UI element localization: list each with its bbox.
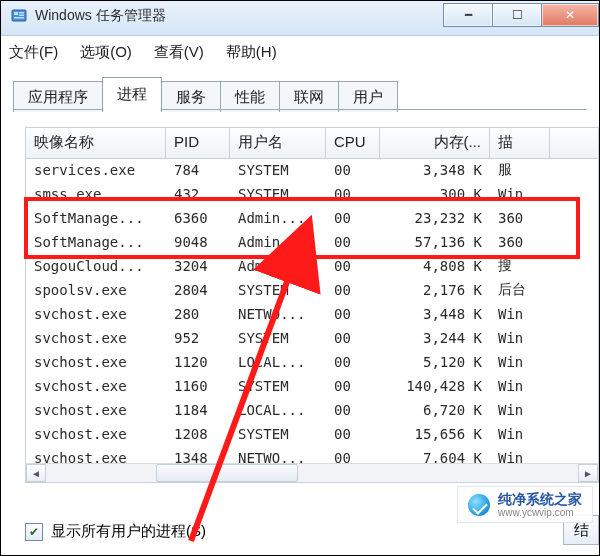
cell: 5,120 K	[380, 354, 490, 370]
cell: Admin...	[230, 234, 326, 250]
cell: 00	[326, 402, 380, 418]
cell: Win	[490, 354, 550, 370]
table-row[interactable]: SogouCloud...3204Admin...004,808 K搜	[26, 254, 598, 278]
menu-help[interactable]: 帮助(H)	[226, 43, 277, 62]
cell: 6360	[166, 210, 230, 226]
cell: 280	[166, 306, 230, 322]
col-pid[interactable]: PID	[166, 128, 230, 158]
table-row[interactable]: svchost.exe952SYSTEM003,244 KWin	[26, 326, 598, 350]
cell: 7,604 K	[380, 450, 490, 464]
scroll-left-button[interactable]: ◄	[26, 464, 46, 482]
col-desc[interactable]: 描	[490, 128, 550, 158]
cell: 后台	[490, 281, 550, 299]
maximize-button[interactable]: ☐	[492, 3, 542, 27]
tab-strip: 应用程序 进程 服务 性能 联网 用户	[13, 77, 397, 111]
cell: SYSTEM	[230, 426, 326, 442]
menu-view[interactable]: 查看(V)	[154, 43, 204, 62]
table-row[interactable]: svchost.exe280NETWO...003,448 KWin	[26, 302, 598, 326]
table-row[interactable]: services.exe784SYSTEM003,348 K服	[26, 158, 598, 182]
tab-processes[interactable]: 进程	[102, 77, 162, 111]
watermark-url: www.ycwvip.com	[498, 507, 582, 518]
svg-rect-1	[14, 12, 18, 15]
app-icon	[11, 8, 27, 24]
scroll-right-button[interactable]: ►	[578, 464, 598, 482]
cell: Win	[490, 402, 550, 418]
menu-file[interactable]: 文件(F)	[9, 43, 58, 62]
cell: 1208	[166, 426, 230, 442]
tab-services[interactable]: 服务	[161, 81, 221, 112]
cell: 360	[490, 234, 550, 250]
cell: svchost.exe	[26, 378, 166, 394]
cell: 服	[490, 161, 550, 179]
tab-network[interactable]: 联网	[279, 81, 339, 112]
minimize-button[interactable]: ━	[443, 3, 493, 27]
cell: NETWO...	[230, 450, 326, 464]
table-row[interactable]: smss.exe432SYSTEM00300 KWin	[26, 182, 598, 206]
cell: 00	[326, 234, 380, 250]
cell: svchost.exe	[26, 306, 166, 322]
horizontal-scrollbar[interactable]: ◄ ►	[26, 463, 598, 482]
process-list: 映像名称 PID 用户名 CPU 内存(... 描 services.exe78…	[25, 127, 599, 483]
cell: 15,656 K	[380, 426, 490, 442]
cell: 00	[326, 186, 380, 202]
cell: Win	[490, 306, 550, 322]
table-row[interactable]: svchost.exe1348NETWO...007,604 KWin	[26, 446, 598, 464]
col-memory[interactable]: 内存(...	[380, 128, 490, 158]
table-row[interactable]: svchost.exe1184LOCAL...006,720 KWin	[26, 398, 598, 422]
svg-rect-4	[14, 17, 24, 19]
window-title: Windows 任务管理器	[35, 7, 166, 25]
cell: Win	[490, 186, 550, 202]
watermark-logo-icon	[468, 494, 490, 516]
tab-applications[interactable]: 应用程序	[13, 81, 103, 112]
scroll-thumb[interactable]	[156, 464, 298, 482]
cell: 3,244 K	[380, 330, 490, 346]
cell: Admin...	[230, 258, 326, 274]
window-titlebar: Windows 任务管理器 ━ ☐ ✕	[1, 1, 599, 36]
table-row[interactable]: svchost.exe1120LOCAL...005,120 KWin	[26, 350, 598, 374]
watermark-name: 纯净系统之家	[498, 491, 582, 507]
cell: svchost.exe	[26, 330, 166, 346]
cell: SYSTEM	[230, 330, 326, 346]
maximize-icon: ☐	[512, 8, 523, 22]
tab-users[interactable]: 用户	[338, 81, 398, 112]
cell: svchost.exe	[26, 354, 166, 370]
cell: 300 K	[380, 186, 490, 202]
tab-performance[interactable]: 性能	[220, 81, 280, 112]
svg-rect-3	[19, 15, 24, 17]
col-image-name[interactable]: 映像名称	[26, 128, 166, 158]
table-row[interactable]: SoftManage...6360Admin...0023,232 K360	[26, 206, 598, 230]
cell: 432	[166, 186, 230, 202]
cell: Win	[490, 330, 550, 346]
table-row[interactable]: spoolsv.exe2804SYSTEM002,176 K后台	[26, 278, 598, 302]
cell: smss.exe	[26, 186, 166, 202]
cell: SoftManage...	[26, 210, 166, 226]
table-row[interactable]: svchost.exe1208SYSTEM0015,656 KWin	[26, 422, 598, 446]
cell: 00	[326, 162, 380, 178]
cell: 952	[166, 330, 230, 346]
cell: 1184	[166, 402, 230, 418]
cell: SogouCloud...	[26, 258, 166, 274]
col-user[interactable]: 用户名	[230, 128, 326, 158]
cell: Win	[490, 378, 550, 394]
cell: 2,176 K	[380, 282, 490, 298]
cell: 1348	[166, 450, 230, 464]
close-icon: ✕	[565, 8, 575, 22]
cell: 00	[326, 378, 380, 394]
table-row[interactable]: svchost.exe1160SYSTEM00140,428 KWin	[26, 374, 598, 398]
cell: services.exe	[26, 162, 166, 178]
cell: SYSTEM	[230, 378, 326, 394]
menu-options[interactable]: 选项(O)	[80, 43, 132, 62]
cell: 00	[326, 282, 380, 298]
table-row[interactable]: SoftManage...9048Admin...0057,136 K360	[26, 230, 598, 254]
close-button[interactable]: ✕	[541, 3, 599, 27]
cell: 00	[326, 354, 380, 370]
cell: 784	[166, 162, 230, 178]
cell: 140,428 K	[380, 378, 490, 394]
cell: 00	[326, 258, 380, 274]
tab-underline	[13, 109, 587, 110]
col-cpu[interactable]: CPU	[326, 128, 380, 158]
cell: SYSTEM	[230, 186, 326, 202]
cell: SYSTEM	[230, 162, 326, 178]
show-all-users-checkbox[interactable]: ✔	[25, 523, 43, 541]
cell: 3,348 K	[380, 162, 490, 178]
